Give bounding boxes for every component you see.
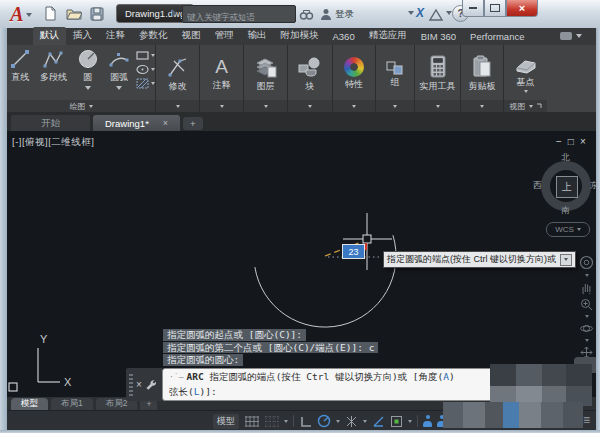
panel-group[interactable]: 组: [376, 45, 415, 112]
ribbon-tab-parametric[interactable]: 参数化: [132, 27, 175, 45]
wrench-icon[interactable]: [145, 379, 156, 390]
annotation-visibility-toggle[interactable]: [423, 415, 432, 427]
minimize-button[interactable]: [462, 0, 484, 17]
user-icon[interactable]: [320, 7, 332, 25]
steering-wheel-icon[interactable]: [579, 255, 594, 270]
signin-link[interactable]: 登录: [335, 8, 354, 21]
arc-tool[interactable]: 圆弧: [104, 48, 134, 100]
ribbon-tab-insert[interactable]: 插入: [66, 27, 99, 45]
viewport-close-icon[interactable]: ×: [580, 136, 586, 147]
title-expand-icon[interactable]: [172, 9, 177, 17]
panel-base[interactable]: 基点 视图: [504, 45, 547, 112]
ribbon-tab-manage[interactable]: 管理: [208, 27, 241, 45]
ribbon-display-toggle[interactable]: [559, 31, 582, 41]
panel-block[interactable]: 块: [288, 45, 333, 112]
zoom-icon[interactable]: [580, 298, 593, 311]
chevron-down-icon[interactable]: [480, 105, 484, 108]
ribbon-tab-annotate[interactable]: 注释: [99, 27, 132, 45]
new-file-button[interactable]: [42, 5, 59, 22]
ribbon-tab-bim360[interactable]: BIM 360: [414, 29, 463, 45]
new-drawing-tab-button[interactable]: +: [183, 117, 203, 130]
layout-tab-model[interactable]: 模型: [11, 398, 48, 410]
circle-tool[interactable]: 圆: [73, 48, 101, 100]
command-window-grip[interactable]: ×: [126, 368, 162, 401]
app-menu-button[interactable]: A: [5, 1, 37, 28]
panel-modify[interactable]: 修改: [156, 45, 200, 112]
chevron-down-icon[interactable]: [176, 105, 180, 108]
dynamic-input-field[interactable]: 23: [342, 244, 365, 259]
ribbon-tab-view[interactable]: 视图: [175, 27, 208, 45]
file-tab-start[interactable]: 开始: [11, 115, 90, 131]
panel-properties[interactable]: 特性: [333, 45, 376, 112]
search-button[interactable]: [299, 7, 314, 25]
pan-hand-icon[interactable]: [580, 281, 593, 294]
osnap-tracking-toggle[interactable]: [372, 415, 385, 428]
hatch-tool[interactable]: [136, 78, 155, 89]
ribbon-tab-featured-apps[interactable]: 精选应用: [362, 27, 414, 45]
restore-button[interactable]: [484, 0, 506, 17]
polar-tracking-toggle[interactable]: [317, 414, 331, 428]
chevron-down-icon[interactable]: [408, 11, 414, 15]
object-snap-toggle[interactable]: [390, 415, 403, 428]
tab-close-icon[interactable]: ×: [163, 118, 168, 128]
line-tool[interactable]: 直线: [7, 48, 33, 100]
panel-layers[interactable]: 图层: [244, 45, 288, 112]
chevron-down-icon[interactable]: [585, 274, 589, 277]
chevron-down-icon[interactable]: [336, 420, 340, 423]
chevron-down-icon[interactable]: [85, 86, 91, 90]
chevron-down-icon[interactable]: [585, 315, 589, 318]
viewcube-south[interactable]: 南: [561, 205, 570, 217]
search-input[interactable]: [183, 9, 303, 25]
isodraft-toggle[interactable]: [345, 415, 358, 428]
chevron-down-icon[interactable]: [393, 105, 397, 108]
file-tab-drawing1[interactable]: Drawing1* ×: [93, 115, 180, 131]
tooltip-options-button[interactable]: [560, 254, 572, 266]
viewcube-top-face[interactable]: 上: [556, 176, 578, 198]
ribbon-tab-addins[interactable]: 附加模块: [274, 27, 326, 45]
chevron-down-icon[interactable]: [436, 105, 440, 108]
panel-utilities[interactable]: 实用工具: [415, 45, 461, 112]
panel-annotate[interactable]: A 注释: [200, 45, 244, 112]
panel-clipboard[interactable]: 剪贴板: [461, 45, 504, 112]
ribbon-tab-a360[interactable]: A360: [326, 29, 362, 45]
orbit-icon[interactable]: [580, 322, 593, 335]
ribbon-tab-performance[interactable]: Performance: [463, 29, 531, 45]
layout-tab-layout1[interactable]: 布局1: [51, 398, 93, 410]
chevron-down-icon[interactable]: [524, 90, 528, 93]
chevron-down-icon[interactable]: [363, 420, 367, 423]
chevron-down-icon[interactable]: [116, 86, 122, 90]
viewport-minimize-icon[interactable]: −: [556, 136, 562, 147]
rectangle-tool[interactable]: [136, 50, 155, 61]
grid-display-toggle[interactable]: [244, 415, 259, 428]
wcs-dropdown[interactable]: WCS: [546, 222, 590, 237]
panel-title-view[interactable]: 视图: [504, 100, 547, 112]
viewport-restore-icon[interactable]: □: [568, 136, 574, 147]
save-button[interactable]: [88, 5, 105, 22]
polyline-tool[interactable]: 多段线: [35, 48, 71, 100]
viewport-controls-label[interactable]: [-][俯视][二维线框]: [12, 136, 95, 149]
chevron-down-icon[interactable]: [408, 420, 412, 423]
ribbon-tab-output[interactable]: 输出: [241, 27, 274, 45]
chevron-down-icon[interactable]: [308, 105, 312, 108]
close-button[interactable]: ×: [506, 0, 538, 17]
customization-menu-icon[interactable]: ≡: [583, 413, 590, 427]
chevron-down-icon[interactable]: [284, 420, 288, 423]
viewcube-north[interactable]: 北: [561, 152, 570, 164]
a360-icon[interactable]: [429, 7, 443, 25]
ortho-mode-toggle[interactable]: [299, 415, 312, 428]
model-space-button[interactable]: 模型: [213, 414, 239, 429]
ellipse-tool[interactable]: [136, 64, 155, 75]
chevron-down-icon[interactable]: [264, 105, 268, 108]
open-file-button[interactable]: [65, 5, 82, 22]
chevron-down-icon[interactable]: [220, 105, 224, 108]
drag-handle-icon[interactable]: [129, 374, 133, 396]
viewcube-west[interactable]: 西: [533, 180, 542, 192]
chevron-down-icon[interactable]: [352, 105, 356, 108]
chevron-down-icon[interactable]: [585, 339, 589, 342]
panel-title-draw[interactable]: 绘图: [7, 100, 155, 112]
exchange-apps-icon[interactable]: X: [416, 6, 424, 20]
command-close-icon[interactable]: ×: [136, 380, 142, 390]
ribbon-tab-home[interactable]: 默认: [33, 27, 66, 45]
command-line[interactable]: ·˙‒ARC 指定圆弧的端点(按住 Ctrl 键以切换方向)或 [角度(A) 弦…: [162, 368, 496, 401]
snap-mode-toggle[interactable]: [264, 415, 279, 428]
